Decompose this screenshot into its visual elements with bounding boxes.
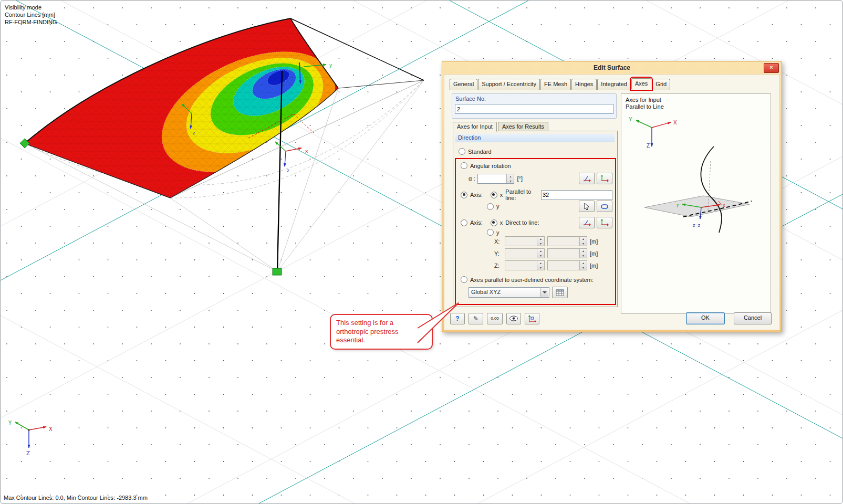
spin-down-icon: ▼ — [539, 254, 542, 257]
subtab-axes-for-input[interactable]: Axes for Input — [453, 122, 497, 132]
edit-coordinate-system-button[interactable] — [552, 287, 568, 298]
alpha-input[interactable] — [478, 174, 508, 183]
decimal-places-button[interactable]: 0.00 — [487, 313, 503, 324]
direction-header: Direction — [455, 134, 615, 142]
direct-to-line-label: Direct to line: — [505, 219, 539, 226]
coord-y-label: Y: — [494, 250, 502, 257]
coord-spinner[interactable]: ▲▼ — [579, 249, 587, 258]
tab-axes[interactable]: Axes — [631, 78, 651, 89]
annotation-callout-text: This setting is for a orthotropic prestr… — [336, 319, 399, 344]
coord-x-field-1[interactable]: ▲▼ — [505, 236, 545, 246]
angular-rotation-label: Angular rotation — [470, 163, 511, 169]
dialog-titlebar[interactable]: Edit Surface × — [444, 61, 780, 74]
standard-radio[interactable] — [459, 148, 465, 155]
axes-for-input-preview: Axes for Input Parallel to Line X Y Z — [621, 93, 771, 314]
tab-fe-mesh[interactable]: FE Mesh — [540, 79, 571, 90]
preview-x-label: X — [673, 120, 677, 125]
spin-up-icon: ▲ — [509, 175, 512, 178]
axis-parallel-radio[interactable] — [461, 192, 467, 198]
axis1-y-radio[interactable] — [487, 203, 494, 210]
axis2-y-label: y — [496, 229, 499, 236]
tab-general[interactable]: General — [450, 79, 477, 90]
coord-x-input-1[interactable] — [505, 237, 538, 246]
subtab-axes-for-results[interactable]: Axes for Results — [498, 122, 548, 131]
spin-down-icon: ▼ — [582, 266, 585, 269]
coord-y-input-2[interactable] — [548, 249, 581, 258]
coord-x-unit: [m] — [590, 238, 598, 245]
alpha-spinner[interactable]: ▲▼ — [506, 174, 514, 183]
annotation-callout: This setting is for a orthotropic prestr… — [330, 314, 433, 350]
axis-z-label: z — [287, 168, 289, 173]
display-button[interactable] — [506, 313, 521, 324]
new-line-button[interactable] — [597, 201, 612, 212]
pick-cursor-icon — [583, 203, 590, 211]
coord-y-field-2[interactable]: ▲▼ — [547, 248, 587, 258]
triad-x-label: X — [49, 426, 53, 432]
spin-down-icon: ▼ — [582, 254, 585, 257]
axis-direct-radio[interactable] — [461, 219, 467, 226]
standard-label: Standard — [468, 149, 492, 155]
pick-rotation-from-points-button[interactable] — [597, 173, 612, 184]
eye-icon — [509, 316, 518, 321]
axes-preview-graphic: X Y Z x y z=z — [621, 94, 771, 313]
user-defined-cs-radio[interactable] — [461, 276, 467, 283]
coordinate-system-value: Global XYZ — [471, 289, 501, 295]
table-icon — [556, 289, 564, 296]
surface-no-input[interactable] — [455, 104, 613, 114]
coord-z-field-1[interactable]: ▲▼ — [505, 260, 545, 270]
surface-no-group: Surface No. — [452, 93, 617, 119]
pick-line-in-graphics-button[interactable] — [579, 201, 595, 212]
parallel-line-field[interactable] — [541, 190, 612, 200]
dialog-footer: ? ✎ 0.00 OK Cancel — [450, 312, 772, 324]
preview-y-label: Y — [629, 117, 632, 122]
spin-up-icon: ▲ — [582, 249, 585, 253]
axes-subtabs: Axes for Input Axes for Results — [453, 122, 549, 131]
axis-x-label: x — [305, 149, 308, 154]
coord-x-input-2[interactable] — [548, 237, 581, 246]
status-text: Max Contour Lines: 0.0, Min Contour Line… — [4, 495, 148, 501]
ok-button[interactable]: OK — [686, 312, 725, 324]
view-legend: Visibility mode Contour Lines [mm] RF-FO… — [5, 4, 57, 26]
spin-down-icon: ▼ — [539, 242, 542, 245]
comment-button[interactable]: ✎ — [469, 313, 483, 324]
tab-hinges[interactable]: Hinges — [571, 79, 597, 90]
tab-support-eccentricity[interactable]: Support / Eccentricity — [478, 79, 540, 90]
units-button[interactable] — [525, 313, 539, 324]
alpha-field[interactable]: ▲▼ — [477, 174, 514, 184]
legend-line-1: Visibility mode — [5, 4, 57, 11]
coord-y-field-1[interactable]: ▲▼ — [505, 248, 545, 258]
degree-unit-label: [°] — [517, 175, 523, 182]
coord-spinner[interactable]: ▲▼ — [579, 237, 587, 246]
edit-icon: ✎ — [473, 315, 478, 322]
help-button[interactable]: ? — [450, 313, 465, 324]
close-button[interactable]: × — [764, 63, 779, 73]
axis-y-label: y — [329, 62, 332, 68]
axis2-y-radio[interactable] — [487, 229, 494, 236]
coord-z-input-1[interactable] — [505, 261, 538, 270]
coordinate-system-dropdown[interactable]: Global XYZ — [469, 287, 549, 298]
axis1-x-radio[interactable] — [491, 192, 497, 198]
pick-axes-alt-icon — [600, 219, 609, 226]
coord-spinner[interactable]: ▲▼ — [537, 249, 544, 258]
pick-axes-icon — [582, 175, 591, 182]
axis2-x-label: x — [500, 219, 503, 226]
angular-rotation-radio[interactable] — [461, 162, 467, 169]
coord-z-field-2[interactable]: ▲▼ — [547, 260, 587, 270]
axis1-y-label: y — [496, 203, 499, 209]
cancel-button[interactable]: Cancel — [734, 312, 772, 324]
pick-rotation-from-line-button[interactable] — [579, 173, 595, 184]
coord-spinner[interactable]: ▲▼ — [537, 261, 544, 270]
coord-x-field-2[interactable]: ▲▼ — [547, 236, 587, 246]
tab-integrated[interactable]: Integrated — [597, 79, 631, 90]
tab-grid[interactable]: Grid — [652, 79, 670, 90]
pick-direct-point1-button[interactable] — [579, 217, 595, 228]
application-window: x z z y X Y Z Visibility mode Contour Li… — [0, 0, 843, 504]
coord-y-input-1[interactable] — [505, 249, 538, 258]
parallel-line-input[interactable] — [542, 191, 614, 200]
coord-z-input-2[interactable] — [548, 261, 581, 270]
coord-spinner[interactable]: ▲▼ — [579, 261, 587, 270]
support-base — [273, 268, 282, 275]
axis2-x-radio[interactable] — [491, 219, 497, 226]
coord-spinner[interactable]: ▲▼ — [537, 237, 544, 246]
pick-direct-point2-button[interactable] — [597, 217, 612, 228]
